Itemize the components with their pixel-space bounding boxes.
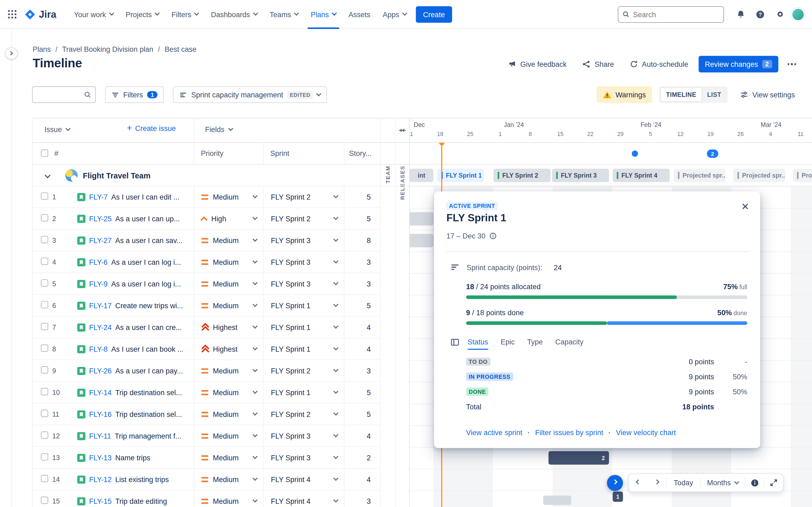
sprint-bar-projected[interactable]: Projected spr... <box>733 169 785 182</box>
issue-key-link[interactable]: FLY-27 <box>89 236 112 244</box>
warnings-button[interactable]: Warnings <box>596 87 652 103</box>
timeline-bar-chip[interactable]: 1 <box>613 492 623 502</box>
story-points-cell[interactable]: 3 <box>344 360 380 381</box>
row-checkbox[interactable] <box>41 431 48 439</box>
nav-item[interactable]: Filters <box>165 0 205 29</box>
table-row[interactable]: 7 FLY-24 As a user I can cre... Highest <box>33 317 380 338</box>
sprint-cell[interactable]: FLY Sprint 3 <box>263 425 344 446</box>
scroll-left-button[interactable] <box>628 473 647 492</box>
row-checkbox[interactable] <box>41 214 48 221</box>
team-group-row[interactable]: Flight Travel Team <box>33 164 380 186</box>
priority-cell[interactable]: Medium <box>194 230 263 251</box>
priority-cell[interactable]: Medium <box>194 469 263 490</box>
priority-cell[interactable]: Medium <box>194 447 263 468</box>
nav-item[interactable]: Teams <box>263 0 305 29</box>
issue-key-link[interactable]: FLY-15 <box>89 497 112 505</box>
story-points-cell[interactable]: 5 <box>344 403 380 425</box>
search-input[interactable] <box>633 10 719 18</box>
breadcrumb-link[interactable]: Travel Booking Division plan <box>51 45 153 53</box>
help-icon[interactable]: ? <box>752 6 768 22</box>
today-button[interactable]: Today <box>666 473 700 492</box>
issue-key-link[interactable]: FLY-16 <box>89 410 112 418</box>
zoom-level-dropdown[interactable]: Months <box>701 473 745 492</box>
issue-header-dropdown[interactable]: Issue <box>45 125 70 133</box>
auto-schedule-button[interactable]: Auto-schedule <box>624 56 693 72</box>
breadcrumb-link[interactable]: Best case <box>153 45 197 53</box>
row-checkbox[interactable] <box>41 258 48 265</box>
sprint-bar-projected[interactable]: Projected spr... <box>674 169 725 182</box>
popup-link[interactable]: View velocity chart <box>603 429 676 437</box>
story-points-cell[interactable]: 3 <box>344 251 380 273</box>
sprint-cell[interactable]: FLY Sprint 2 <box>263 186 344 207</box>
plan-search-input[interactable] <box>37 91 80 99</box>
story-points-cell[interactable]: 4 <box>344 425 380 446</box>
story-points-cell[interactable]: 8 <box>344 230 380 251</box>
story-points-cell[interactable]: 4 <box>344 317 380 338</box>
priority-cell[interactable]: Medium <box>194 295 263 316</box>
collapse-group-icon[interactable] <box>45 172 51 178</box>
story-points-cell[interactable]: 5 <box>344 295 380 316</box>
nav-item[interactable]: Assets <box>342 0 376 29</box>
sprint-cell[interactable]: FLY Sprint 1 <box>263 382 344 403</box>
popup-tab[interactable]: Type <box>527 334 543 350</box>
issue-key-link[interactable]: FLY-7 <box>89 192 108 201</box>
table-row[interactable]: 5 FLY-9 As a user I can log i... Medium <box>33 273 380 295</box>
row-checkbox[interactable] <box>41 410 48 417</box>
issue-key-link[interactable]: FLY-11 <box>89 432 111 440</box>
fullscreen-button[interactable] <box>764 473 783 492</box>
table-row[interactable]: 11 FLY-16 Trip destination sel... Medium <box>33 403 380 425</box>
story-points-cell[interactable]: 2 <box>344 447 380 468</box>
sprint-cell[interactable]: FLY Sprint 1 <box>263 317 344 338</box>
sprint-cell[interactable]: FLY Sprint 3 <box>263 251 344 273</box>
issue-key-link[interactable]: FLY-24 <box>89 323 112 331</box>
row-checkbox[interactable] <box>41 388 48 395</box>
list-toggle[interactable]: LIST <box>702 88 726 102</box>
popup-tab[interactable]: Status <box>468 334 489 350</box>
story-points-cell[interactable]: 3 <box>344 490 380 507</box>
timeline-bar-clipped[interactable] <box>410 212 434 226</box>
popup-link[interactable]: View active sprint <box>466 429 522 437</box>
table-row[interactable]: 15 FLY-15 Trip date editing Medium <box>33 490 380 507</box>
table-row[interactable]: 3 FLY-27 As a user I can sav... Medium <box>33 230 380 251</box>
row-checkbox[interactable] <box>41 453 48 460</box>
row-checkbox[interactable] <box>41 344 48 352</box>
more-options-button[interactable] <box>783 56 800 72</box>
release-marker-badge[interactable]: 2 <box>707 150 718 158</box>
row-checkbox[interactable] <box>41 475 48 482</box>
issue-key-link[interactable]: FLY-26 <box>89 367 112 375</box>
issue-key-link[interactable]: FLY-12 <box>89 475 112 484</box>
table-row[interactable]: 6 FLY-17 Create new trips wi... Medium <box>33 295 380 317</box>
story-points-cell[interactable]: 3 <box>344 273 380 294</box>
notifications-icon[interactable] <box>732 6 749 22</box>
nav-item[interactable]: Projects <box>119 0 165 29</box>
priority-cell[interactable]: Medium <box>194 425 263 446</box>
issue-key-link[interactable]: FLY-9 <box>89 280 108 288</box>
priority-cell[interactable]: Highest <box>194 317 263 338</box>
story-points-cell[interactable]: 4 <box>344 469 380 490</box>
sprint-cell[interactable]: FLY Sprint 3 <box>263 447 344 468</box>
priority-cell[interactable]: Medium <box>194 360 263 381</box>
view-settings-button[interactable]: View settings <box>735 87 800 103</box>
breadcrumb-link[interactable]: Plans <box>33 45 51 53</box>
filters-button[interactable]: Filters 1 <box>105 87 164 103</box>
create-button[interactable]: Create <box>416 6 452 22</box>
nav-item[interactable]: Dashboards <box>205 0 263 29</box>
table-row[interactable]: 1 FLY-7 As I user I can edit ... Medium <box>33 186 380 208</box>
sprint-bar[interactable]: FLY Sprint 2 <box>494 169 551 182</box>
issue-key-link[interactable]: FLY-6 <box>89 258 108 266</box>
info-button[interactable] <box>746 473 764 492</box>
sprint-bar-active[interactable]: FLY Sprint 1 <box>437 169 484 182</box>
sprint-cell[interactable]: FLY Sprint 3 <box>263 273 344 294</box>
sprint-bar[interactable]: FLY Sprint 4 <box>613 169 670 182</box>
sprint-bar[interactable]: int <box>410 169 434 182</box>
timeline-bar[interactable]: 2 <box>548 451 609 465</box>
issue-key-link[interactable]: FLY-13 <box>89 453 112 462</box>
story-points-cell[interactable]: 5 <box>344 382 380 403</box>
sprint-cell[interactable]: FLY Sprint 2 <box>263 208 344 229</box>
popup-tab[interactable]: Epic <box>501 334 515 350</box>
release-marker-dot[interactable] <box>632 151 638 157</box>
nav-item[interactable]: Plans <box>305 0 342 29</box>
story-points-cell[interactable]: 5 <box>344 186 380 207</box>
settings-gear-icon[interactable] <box>772 6 789 22</box>
info-icon[interactable] <box>489 232 497 239</box>
